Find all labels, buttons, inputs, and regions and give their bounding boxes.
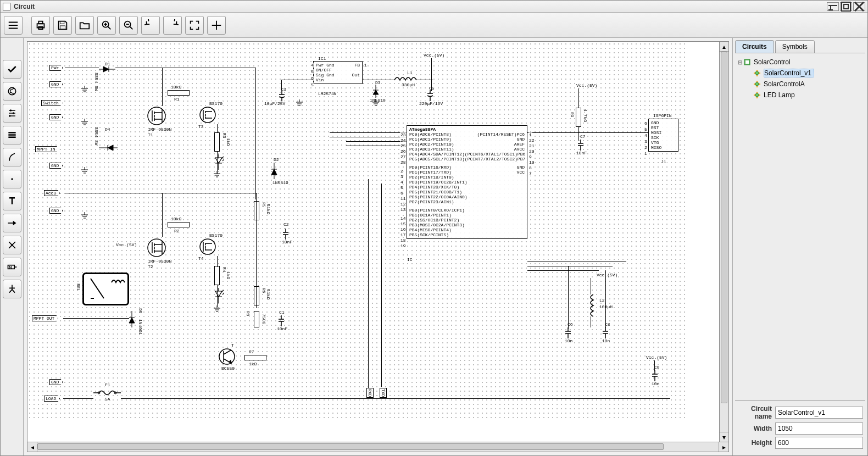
net-mppt-in[interactable]: MPPT IN bbox=[35, 146, 59, 152]
resistor-r7-icon[interactable] bbox=[244, 355, 266, 360]
approve-tool[interactable] bbox=[3, 60, 21, 79]
resistor-r2-icon[interactable] bbox=[168, 222, 190, 227]
cut-tool[interactable] bbox=[3, 236, 21, 254]
scroll-right-icon[interactable]: ▸ bbox=[719, 442, 728, 452]
r7-val: 1kΩ bbox=[248, 362, 257, 366]
scroll-up-icon[interactable]: ▴ bbox=[720, 42, 728, 52]
tree-item-label: SolarControl_v1 bbox=[764, 69, 814, 77]
rxd-pin[interactable]: RXD bbox=[366, 388, 374, 398]
width-input[interactable] bbox=[775, 422, 863, 435]
print-button[interactable] bbox=[31, 16, 50, 35]
diode-d3-icon[interactable] bbox=[372, 85, 380, 99]
text-tool[interactable] bbox=[3, 192, 21, 210]
tree-item[interactable]: LED Lamp bbox=[737, 90, 863, 101]
resistor-r1-icon[interactable] bbox=[168, 90, 190, 96]
net-switch[interactable]: Switch bbox=[41, 100, 63, 106]
maximize-button[interactable] bbox=[840, 2, 852, 11]
height-input[interactable] bbox=[775, 437, 863, 449]
scroll-left-icon[interactable]: ◂ bbox=[27, 442, 37, 452]
point-tool[interactable] bbox=[3, 170, 21, 188]
resistor-r9-icon[interactable] bbox=[576, 108, 581, 127]
expand-icon[interactable]: ⊟ bbox=[737, 59, 743, 65]
minimize-button[interactable] bbox=[827, 2, 839, 11]
resistor-r6-icon[interactable] bbox=[254, 286, 259, 305]
led-2-icon[interactable] bbox=[213, 288, 224, 305]
tree-root[interactable]: ⊟ SolarControl bbox=[737, 57, 863, 68]
tab-symbols[interactable]: Symbols bbox=[775, 40, 815, 53]
bjt-t-icon[interactable] bbox=[217, 347, 237, 368]
inductor-l2-icon[interactable] bbox=[588, 294, 596, 318]
resistor-r4-icon[interactable] bbox=[214, 266, 220, 285]
route-tool[interactable] bbox=[3, 148, 21, 166]
canvas-viewport[interactable]: PWr GND Switch GND MPPT IN GND Accu GND … bbox=[27, 41, 729, 442]
net-gnd-2[interactable]: GND bbox=[49, 114, 63, 120]
tab-circuits[interactable]: Circuits bbox=[735, 40, 774, 53]
net-mppt-out[interactable]: MPPT OUT bbox=[32, 315, 58, 321]
mosfet-t2-icon[interactable] bbox=[146, 237, 168, 260]
ic1-block[interactable]: Pwr GndFB ON/OFF Sig GndOut Vin bbox=[313, 61, 363, 84]
chip-icon bbox=[743, 58, 752, 66]
schematic-canvas[interactable]: PWr GND Switch GND MPPT IN GND Accu GND … bbox=[27, 42, 687, 421]
mosfet-t1-icon[interactable] bbox=[146, 105, 168, 129]
undo-button[interactable] bbox=[141, 16, 160, 35]
resistor-r8-icon[interactable] bbox=[254, 311, 259, 327]
vscroll-thumb[interactable] bbox=[721, 52, 727, 403]
isp-ref: J1 bbox=[660, 159, 667, 164]
fit-button[interactable] bbox=[185, 16, 204, 35]
net-pwr[interactable]: PWr bbox=[49, 65, 63, 71]
svg-point-22 bbox=[200, 107, 215, 123]
layers-tool[interactable] bbox=[3, 126, 21, 144]
crosshair-button[interactable] bbox=[207, 16, 226, 35]
mosfet-t3-icon[interactable] bbox=[198, 105, 218, 126]
c2-val: 10nF bbox=[281, 240, 293, 244]
net-gnd-5[interactable]: GND bbox=[49, 379, 63, 385]
open-button[interactable] bbox=[75, 16, 94, 35]
gnd-icon bbox=[213, 305, 221, 314]
mosfet-t4-icon[interactable] bbox=[198, 237, 218, 258]
relay-icon[interactable] bbox=[82, 273, 129, 305]
ic2-block[interactable]: ATmega88PA PC0(ADC0/PCINT8)(PCINT14/RESE… bbox=[407, 125, 527, 239]
t3-val: BS170 bbox=[209, 101, 223, 106]
net-gnd-1[interactable]: GND bbox=[49, 81, 63, 87]
wire-tool[interactable] bbox=[3, 214, 21, 232]
t1-val: IRF-9530N bbox=[147, 127, 172, 132]
r9-val: 4.7kΩ bbox=[582, 109, 588, 122]
zoom-out-button[interactable] bbox=[119, 16, 138, 35]
save-button[interactable] bbox=[53, 16, 72, 35]
net-gnd-4[interactable]: GND bbox=[49, 208, 63, 214]
diode-d5-icon[interactable] bbox=[128, 311, 136, 329]
app-icon bbox=[3, 3, 10, 10]
r8-val: 750Ω bbox=[261, 314, 267, 324]
net-load[interactable]: LOAD bbox=[44, 396, 60, 402]
tree-item[interactable]: SolarControl_v1 bbox=[737, 68, 863, 79]
txd-pin[interactable]: TXD bbox=[380, 388, 387, 398]
tree-item[interactable]: SolarControlA bbox=[737, 79, 863, 90]
node-tool[interactable]: N bbox=[3, 258, 21, 276]
diode-d2-icon[interactable] bbox=[270, 163, 278, 181]
diode-d4-icon[interactable] bbox=[99, 144, 118, 153]
transistor-tool[interactable] bbox=[3, 82, 21, 101]
sliders-tool[interactable] bbox=[3, 104, 21, 123]
vcc-label-4: Vcc.(5V) bbox=[596, 273, 618, 277]
scroll-down-icon[interactable]: ▾ bbox=[720, 432, 728, 442]
resistor-r3-icon[interactable] bbox=[214, 132, 220, 152]
horizontal-scrollbar[interactable]: ◂ ▸ bbox=[27, 442, 729, 452]
ic1-ref: IC1 bbox=[318, 56, 326, 61]
vertical-scrollbar[interactable]: ▴ ▾ bbox=[719, 41, 729, 442]
f1-val: 5A bbox=[104, 397, 111, 402]
zoom-in-button[interactable] bbox=[97, 16, 116, 35]
menu-button[interactable] bbox=[4, 16, 23, 35]
led-1-icon[interactable] bbox=[213, 154, 224, 171]
isp-block[interactable]: GNDRSTMOSISCKVTGMISO bbox=[648, 119, 678, 152]
circuit-name-input[interactable] bbox=[775, 407, 863, 419]
close-button[interactable] bbox=[853, 2, 865, 11]
redo-button[interactable] bbox=[163, 16, 182, 35]
hscroll-thumb[interactable] bbox=[37, 443, 664, 450]
diode-d1-icon[interactable] bbox=[99, 65, 115, 75]
c7-val: 10nF bbox=[576, 151, 587, 155]
net-gnd-3[interactable]: GND bbox=[49, 163, 63, 169]
vcc-label-1: Vcc.(5V) bbox=[423, 53, 445, 58]
resistor-r5-icon[interactable] bbox=[254, 201, 259, 220]
junction-tool[interactable] bbox=[3, 280, 21, 298]
net-accu[interactable]: Accu bbox=[44, 190, 60, 196]
